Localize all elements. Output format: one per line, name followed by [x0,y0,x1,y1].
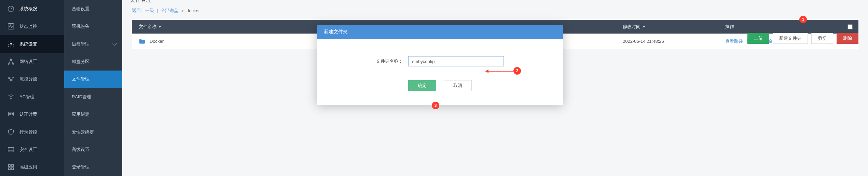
svg-point-2 [10,43,12,45]
badge-icon [7,111,15,118]
wall-icon [7,146,15,153]
annotation-arrow-2 [488,71,513,72]
sub-dual-hot-standby[interactable]: 双机热备 [64,17,122,35]
dialog-title: 新建文件夹 [317,25,563,39]
upload-button[interactable]: 上传 [747,33,769,44]
nav-security-settings[interactable]: 安全设置 [0,141,64,158]
nav-label: 系统设置 [19,41,37,47]
gear-icon [7,40,15,48]
dialog-field-label: 文件夹名称： [376,58,403,64]
primary-sidebar: 系统概况 状态监控 系统设置 网络设置 流控分流 AC管理 认证计费 行为管控 [0,0,64,176]
sub-file-management[interactable]: 文件管理 [64,71,122,88]
nav-status-monitor[interactable]: 状态监控 [0,17,64,35]
nav-label: 状态监控 [19,23,37,29]
sort-caret-icon [159,26,161,28]
nav-advanced-apps[interactable]: 高级应用 [0,159,64,176]
new-folder-dialog: 新建文件夹 文件夹名称： 确定 取消 [317,25,563,105]
nav-label: 认证计费 [19,111,37,117]
shield-icon [7,128,15,136]
dialog-cancel-button[interactable]: 取消 [444,80,472,91]
svg-rect-15 [9,168,11,170]
svg-point-9 [11,98,12,99]
op-view-path[interactable]: 查看路径 [725,38,743,45]
breadcrumb-root-link[interactable]: 全部磁盘 [161,8,178,14]
nav-system-settings[interactable]: 系统设置 [0,35,64,53]
nav-behavior-control[interactable]: 行为管控 [0,123,64,141]
sub-login-management[interactable]: 登录管理 [64,159,122,176]
col-header-mtime[interactable]: 修改时间 [623,24,725,30]
file-name: Docker [150,39,164,44]
annotation-marker-2: 2 [513,67,521,75]
annotation-marker-3: 3 [432,102,439,109]
file-mtime: 2022-06-14 21:48:26 [623,39,664,44]
nav-ac-management[interactable]: AC管理 [0,88,64,105]
dialog-ok-button[interactable]: 确定 [408,80,436,91]
col-header-ops: 操作 [725,24,841,30]
secondary-sidebar: 基础设置 双机热备 磁盘管理 磁盘分区 文件管理 RAID管理 应用绑定 爱快云… [64,0,122,176]
grid-icon [7,163,15,171]
sub-raid-management[interactable]: RAID管理 [64,88,122,105]
nav-flow-control[interactable]: 流控分流 [0,71,64,88]
svg-rect-14 [12,165,14,167]
pulse-icon [7,23,15,30]
sub-app-binding[interactable]: 应用绑定 [64,105,122,123]
folder-name-input[interactable] [408,56,504,66]
nav-label: 高级应用 [19,164,37,170]
breadcrumb-sep: > [181,8,184,13]
select-all-checkbox[interactable] [848,24,853,29]
svg-rect-16 [12,168,14,170]
nav-label: 系统概况 [19,6,37,12]
nav-label: 安全设置 [19,147,37,153]
nav-label: 网络设置 [19,59,37,65]
sort-caret-icon [643,26,645,28]
breadcrumb-sep: | [157,8,158,13]
network-icon [7,58,15,65]
folder-icon [139,39,146,44]
breadcrumb-current: docker [187,8,200,13]
nav-network-settings[interactable]: 网络设置 [0,53,64,70]
nav-label: 行为管控 [19,129,37,135]
sub-disk-partition[interactable]: 磁盘分区 [64,53,122,70]
sliders-icon [7,75,15,83]
delete-button[interactable]: 删除 [837,33,858,44]
nav-label: AC管理 [19,94,35,100]
breadcrumb: 返回上一级 | 全部磁盘 > docker [122,0,868,20]
nav-label: 流控分流 [19,76,37,82]
sub-ikuai-cloud-binding[interactable]: 爱快云绑定 [64,123,122,141]
nav-auth-billing[interactable]: 认证计费 [0,105,64,123]
sub-basic-settings[interactable]: 基础设置 [64,0,122,17]
sub-advanced-settings[interactable]: 高级设置 [64,141,122,158]
annotation-marker-1: 1 [799,16,807,23]
svg-rect-13 [9,165,11,167]
breadcrumb-back-link[interactable]: 返回上一级 [132,8,154,14]
cut-button[interactable]: 剪切 [811,33,833,44]
svg-point-11 [9,113,11,115]
svg-rect-12 [8,148,14,152]
nav-system-overview[interactable]: 系统概况 [0,0,64,17]
sub-disk-management[interactable]: 磁盘管理 [64,35,122,53]
new-folder-button[interactable]: 新建文件夹 [773,33,808,44]
file-toolbar: 上传 新建文件夹 剪切 删除 [747,33,858,44]
col-header-check [841,24,858,29]
wifi-icon [7,93,15,101]
gauge-icon [7,5,15,13]
